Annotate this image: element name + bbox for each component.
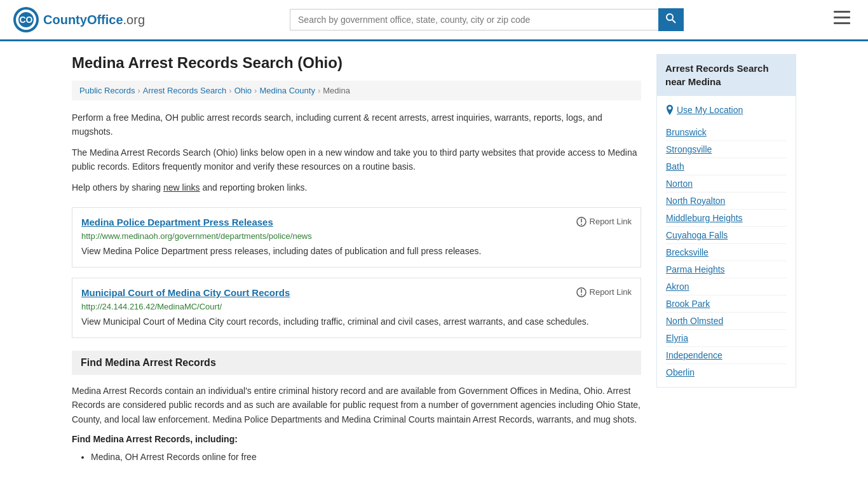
sidebar-content: Use My Location BrunswickStrongsvilleBat… xyxy=(656,96,796,388)
record-item-municipal-court: Municipal Court of Medina City Court Rec… xyxy=(72,278,641,338)
record-title-2[interactable]: Municipal Court of Medina City Court Rec… xyxy=(81,287,290,298)
logo-text: CountyOffice.org xyxy=(43,13,145,27)
logo-area: CO CountyOffice.org xyxy=(13,6,145,33)
intro-paragraph-1: Perform a free Medina, OH public arrest … xyxy=(72,111,641,139)
sidebar: Arrest Records Search near Medina Use My… xyxy=(656,54,796,465)
breadcrumb-sep-4: › xyxy=(318,86,320,95)
svg-point-14 xyxy=(581,294,582,295)
sidebar-location-north-olmsted[interactable]: North Olmsted xyxy=(666,313,787,330)
help-text-pre: Help others by sharing xyxy=(72,182,163,193)
record-header-1: Medina Police Department Press Releases … xyxy=(81,217,632,227)
report-link-button-1[interactable]: Report Link xyxy=(576,217,632,227)
sidebar-heading: Arrest Records Search near Medina xyxy=(656,54,796,96)
sidebar-location-akron[interactable]: Akron xyxy=(666,278,787,295)
record-header-2: Municipal Court of Medina City Court Rec… xyxy=(81,287,632,298)
svg-point-11 xyxy=(581,224,582,225)
find-section-description: Medina Arrest Records contain an individ… xyxy=(72,384,641,426)
sidebar-location-strongsville[interactable]: Strongsville xyxy=(666,141,787,158)
breadcrumb-arrest-records-search[interactable]: Arrest Records Search xyxy=(143,86,227,95)
svg-line-5 xyxy=(672,20,675,23)
header: CO CountyOffice.org xyxy=(0,0,868,41)
search-button[interactable] xyxy=(658,8,684,31)
find-subsection-title: Find Medina Arrest Records, including: xyxy=(72,434,641,444)
new-links-link[interactable]: new links xyxy=(163,182,200,193)
search-input[interactable] xyxy=(290,9,658,30)
intro-paragraph-2: The Medina Arrest Records Search (Ohio) … xyxy=(72,146,641,174)
report-link-button-2[interactable]: Report Link xyxy=(576,287,632,297)
sidebar-links-container: BrunswickStrongsvilleBathNortonNorth Roy… xyxy=(666,124,787,381)
breadcrumb-public-records[interactable]: Public Records xyxy=(79,86,135,95)
sidebar-location-independence[interactable]: Independence xyxy=(666,347,787,364)
svg-rect-8 xyxy=(834,22,850,24)
sidebar-location-elyria[interactable]: Elyria xyxy=(666,330,787,347)
sidebar-location-brunswick[interactable]: Brunswick xyxy=(666,124,787,141)
search-area xyxy=(290,8,684,31)
location-pin-icon xyxy=(666,105,674,115)
use-my-location-button[interactable]: Use My Location xyxy=(666,102,787,118)
sidebar-location-brecksville[interactable]: Brecksville xyxy=(666,244,787,261)
hamburger-menu-icon[interactable] xyxy=(829,8,855,31)
bullet-item-0: Medina, OH Arrest Records online for fre… xyxy=(91,449,641,465)
breadcrumb: Public Records › Arrest Records Search ›… xyxy=(72,81,641,100)
svg-text:CO: CO xyxy=(20,15,33,25)
record-item-police-press-releases: Medina Police Department Press Releases … xyxy=(72,207,641,268)
svg-rect-6 xyxy=(834,11,850,13)
flag-icon-1 xyxy=(576,217,587,227)
sidebar-location-brook-park[interactable]: Brook Park xyxy=(666,295,787,313)
record-url-2: http://24.144.216.42/MedinaMC/Court/ xyxy=(81,302,632,311)
page-title: Medina Arrest Records Search (Ohio) xyxy=(72,54,641,72)
sidebar-location-north-royalton[interactable]: North Royalton xyxy=(666,193,787,210)
help-text-post: and reporting broken links. xyxy=(200,182,308,193)
flag-icon-2 xyxy=(576,287,587,297)
main-container: Medina Arrest Records Search (Ohio) Publ… xyxy=(59,41,809,478)
svg-rect-7 xyxy=(834,17,850,18)
breadcrumb-ohio[interactable]: Ohio xyxy=(234,86,252,95)
sidebar-location-bath[interactable]: Bath xyxy=(666,158,787,175)
help-text: Help others by sharing new links and rep… xyxy=(72,180,641,194)
sidebar-location-cuyahoga-falls[interactable]: Cuyahoga Falls xyxy=(666,227,787,244)
breadcrumb-sep-3: › xyxy=(254,86,257,95)
record-desc-1: View Medina Police Department press rele… xyxy=(81,245,632,258)
svg-point-4 xyxy=(667,14,673,20)
search-icon xyxy=(666,13,676,24)
sidebar-location-parma-heights[interactable]: Parma Heights xyxy=(666,261,787,278)
breadcrumb-sep-1: › xyxy=(137,86,140,95)
find-section-heading: Find Medina Arrest Records xyxy=(72,351,641,375)
logo-icon: CO xyxy=(13,6,39,33)
breadcrumb-current: Medina xyxy=(323,86,350,95)
find-bullet-list: Medina, OH Arrest Records online for fre… xyxy=(72,449,641,465)
breadcrumb-sep-2: › xyxy=(229,86,231,95)
record-desc-2: View Municipal Court of Medina City cour… xyxy=(81,315,632,329)
sidebar-location-middleburg-heights[interactable]: Middleburg Heights xyxy=(666,210,787,227)
sidebar-location-oberlin[interactable]: Oberlin xyxy=(666,364,787,381)
record-title-1[interactable]: Medina Police Department Press Releases xyxy=(81,217,273,227)
record-url-1: http://www.medinaoh.org/government/depar… xyxy=(81,231,632,241)
breadcrumb-medina-county[interactable]: Medina County xyxy=(259,86,315,95)
content-area: Medina Arrest Records Search (Ohio) Publ… xyxy=(72,54,641,465)
sidebar-location-norton[interactable]: Norton xyxy=(666,175,787,193)
